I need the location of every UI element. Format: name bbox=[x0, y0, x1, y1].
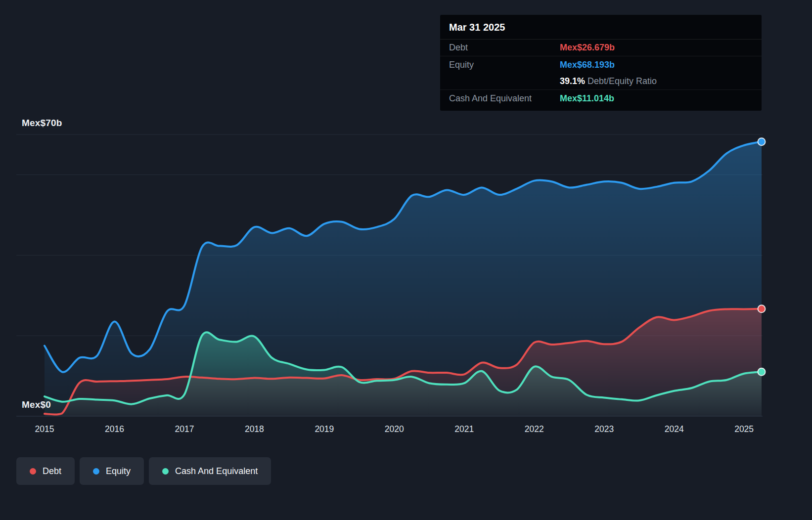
tooltip-ratio-label: Debt/Equity Ratio bbox=[587, 76, 657, 86]
x-tick-2015: 2015 bbox=[35, 424, 54, 434]
legend-label-cash: Cash And Equivalent bbox=[175, 466, 258, 477]
x-tick-2023: 2023 bbox=[594, 424, 614, 434]
x-axis: 2015201620172018201920202021202220232024… bbox=[0, 424, 812, 437]
tooltip-cash-label: Cash And Equivalent bbox=[449, 93, 560, 104]
x-tick-2016: 2016 bbox=[105, 424, 124, 434]
chart-page: { "colors": { "debt": "#e64f4f", "equity… bbox=[0, 0, 812, 520]
tooltip-ratio-value: 39.1% bbox=[560, 76, 585, 86]
tooltip-row-debt: Debt Mex$26.679b bbox=[440, 40, 762, 56]
legend: Debt Equity Cash And Equivalent bbox=[16, 457, 271, 485]
legend-item-debt[interactable]: Debt bbox=[16, 457, 75, 485]
tooltip-debt-value: Mex$26.679b bbox=[560, 43, 753, 53]
tooltip-equity-value: Mex$68.193b bbox=[560, 60, 753, 70]
debt-legend-dot-icon bbox=[30, 468, 36, 475]
x-tick-2018: 2018 bbox=[245, 424, 264, 434]
x-tick-2025: 2025 bbox=[734, 424, 754, 434]
x-tick-2022: 2022 bbox=[525, 424, 544, 434]
tooltip-debt-label: Debt bbox=[449, 43, 560, 53]
equity-legend-dot-icon bbox=[93, 468, 99, 475]
legend-item-equity[interactable]: Equity bbox=[80, 457, 144, 485]
x-tick-2020: 2020 bbox=[385, 424, 404, 434]
tooltip-row-cash: Cash And Equivalent Mex$11.014b bbox=[440, 90, 762, 107]
y-axis-label-bottom: Mex$0 bbox=[22, 399, 51, 410]
equity-end-dot bbox=[758, 138, 766, 145]
tooltip-date: Mar 31 2025 bbox=[440, 15, 762, 40]
tooltip-ratio: 39.1% Debt/Equity Ratio bbox=[560, 76, 753, 87]
legend-label-debt: Debt bbox=[43, 466, 61, 477]
x-tick-2019: 2019 bbox=[315, 424, 334, 434]
debt-end-dot bbox=[758, 305, 766, 312]
x-tick-2017: 2017 bbox=[175, 424, 194, 434]
tooltip-cash-value: Mex$11.014b bbox=[560, 93, 753, 104]
y-axis-label-top: Mex$70b bbox=[22, 118, 62, 129]
x-tick-2021: 2021 bbox=[454, 424, 474, 434]
tooltip-row-equity: Equity Mex$68.193b bbox=[440, 56, 762, 73]
tooltip-equity-label: Equity bbox=[449, 60, 560, 70]
legend-label-equity: Equity bbox=[106, 466, 131, 477]
legend-item-cash[interactable]: Cash And Equivalent bbox=[149, 457, 271, 485]
cash-legend-dot-icon bbox=[162, 468, 169, 475]
tooltip: Mar 31 2025 Debt Mex$26.679b Equity Mex$… bbox=[440, 15, 762, 111]
cash-end-dot bbox=[758, 368, 766, 376]
tooltip-row-ratio: 39.1% Debt/Equity Ratio bbox=[440, 73, 762, 90]
x-tick-2024: 2024 bbox=[665, 424, 684, 434]
